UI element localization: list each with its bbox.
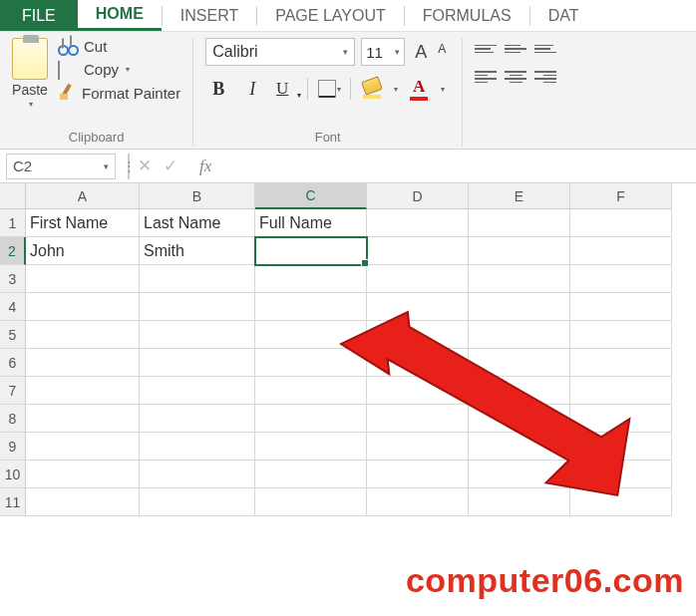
tab-data[interactable]: DAT — [530, 0, 597, 31]
cell[interactable] — [570, 237, 672, 265]
cell[interactable] — [367, 321, 469, 349]
paste-dropdown-icon[interactable]: ▾ — [29, 100, 33, 109]
bold-button[interactable]: B — [205, 76, 231, 102]
row-header[interactable]: 9 — [0, 433, 26, 461]
cell[interactable] — [26, 349, 140, 377]
font-size-select[interactable]: 11 ▾ — [361, 38, 405, 66]
tab-home[interactable]: HOME — [78, 0, 162, 31]
tab-insert[interactable]: INSERT — [163, 0, 256, 31]
cell[interactable] — [255, 461, 367, 488]
select-all-corner[interactable] — [0, 183, 26, 209]
cancel-icon[interactable]: ✕ — [138, 155, 152, 176]
cell[interactable] — [140, 405, 255, 433]
underline-button[interactable]: U — [273, 76, 299, 102]
cell[interactable] — [255, 405, 367, 433]
row-header[interactable]: 10 — [0, 461, 26, 488]
border-button[interactable]: ▾ — [316, 76, 342, 102]
col-header[interactable]: C — [255, 183, 367, 209]
cell[interactable] — [367, 405, 469, 433]
copy-button[interactable]: Copy ▾ — [58, 61, 180, 78]
cell[interactable] — [469, 488, 570, 516]
cell[interactable] — [26, 461, 140, 488]
row-header[interactable]: 5 — [0, 321, 26, 349]
cell[interactable] — [570, 461, 672, 488]
cell[interactable] — [255, 349, 367, 377]
fill-color-button[interactable] — [359, 76, 385, 102]
align-left-button[interactable] — [475, 68, 497, 86]
cell[interactable] — [255, 488, 367, 516]
cell[interactable] — [367, 237, 469, 265]
cut-button[interactable]: Cut — [58, 38, 180, 55]
enter-icon[interactable]: ✓ — [164, 155, 177, 176]
tab-file[interactable]: FILE — [0, 0, 78, 31]
cell[interactable] — [570, 265, 672, 293]
cell[interactable] — [26, 433, 140, 461]
cell-active[interactable] — [255, 237, 367, 265]
align-bottom-button[interactable] — [534, 40, 556, 58]
cell[interactable] — [570, 321, 672, 349]
cell[interactable] — [26, 405, 140, 433]
decrease-font-button[interactable]: A — [434, 41, 450, 64]
cell[interactable]: First Name — [26, 209, 140, 237]
font-color-button[interactable]: A — [406, 76, 432, 102]
cell[interactable] — [367, 488, 469, 516]
cell[interactable] — [140, 349, 255, 377]
cell[interactable] — [255, 377, 367, 405]
cell[interactable] — [26, 265, 140, 293]
cell[interactable] — [570, 293, 672, 321]
cell[interactable] — [140, 293, 255, 321]
row-header[interactable]: 8 — [0, 405, 26, 433]
cell[interactable] — [367, 349, 469, 377]
col-header[interactable]: E — [469, 183, 570, 209]
col-header[interactable]: A — [26, 183, 140, 209]
copy-dropdown-icon[interactable]: ▾ — [126, 65, 130, 74]
cell[interactable] — [570, 377, 672, 405]
row-header[interactable]: 7 — [0, 377, 26, 405]
cell[interactable] — [367, 461, 469, 488]
align-middle-button[interactable] — [505, 40, 526, 58]
cell[interactable] — [469, 265, 570, 293]
cell[interactable] — [26, 293, 140, 321]
cell[interactable] — [367, 209, 469, 237]
cell[interactable] — [570, 209, 672, 237]
cell[interactable]: Full Name — [255, 209, 367, 237]
row-header[interactable]: 2 — [0, 237, 26, 265]
align-top-button[interactable] — [475, 40, 497, 58]
format-painter-button[interactable]: Format Painter — [58, 84, 180, 102]
italic-button[interactable]: I — [239, 76, 265, 102]
row-header[interactable]: 3 — [0, 265, 26, 293]
row-header[interactable]: 6 — [0, 349, 26, 377]
cell[interactable] — [140, 433, 255, 461]
row-header[interactable]: 1 — [0, 209, 26, 237]
tab-page-layout[interactable]: PAGE LAYOUT — [257, 0, 404, 31]
cell[interactable] — [469, 377, 570, 405]
cell[interactable] — [469, 433, 570, 461]
cell[interactable] — [469, 209, 570, 237]
cell[interactable] — [140, 377, 255, 405]
increase-font-button[interactable]: A — [411, 41, 431, 64]
col-header[interactable]: F — [570, 183, 672, 209]
cell[interactable] — [255, 265, 367, 293]
cell[interactable] — [469, 349, 570, 377]
cell[interactable] — [255, 321, 367, 349]
cell[interactable] — [570, 433, 672, 461]
fx-icon[interactable]: fx — [199, 156, 211, 176]
cell[interactable]: Smith — [140, 237, 255, 265]
formula-input[interactable] — [211, 154, 696, 179]
row-header[interactable]: 4 — [0, 293, 26, 321]
paste-button[interactable]: Paste ▾ — [12, 38, 48, 109]
cell[interactable] — [26, 321, 140, 349]
cell[interactable] — [367, 293, 469, 321]
align-center-button[interactable] — [505, 68, 526, 86]
formula-bar-grip[interactable]: ⋮ — [128, 154, 130, 179]
cell[interactable] — [469, 461, 570, 488]
font-color-dropdown-icon[interactable]: ▾ — [441, 85, 445, 94]
cell[interactable] — [140, 461, 255, 488]
cell[interactable] — [26, 488, 140, 516]
cell[interactable] — [255, 433, 367, 461]
cell[interactable] — [140, 265, 255, 293]
cell[interactable] — [367, 433, 469, 461]
cell[interactable] — [140, 488, 255, 516]
cell[interactable] — [570, 488, 672, 516]
col-header[interactable]: D — [367, 183, 469, 209]
